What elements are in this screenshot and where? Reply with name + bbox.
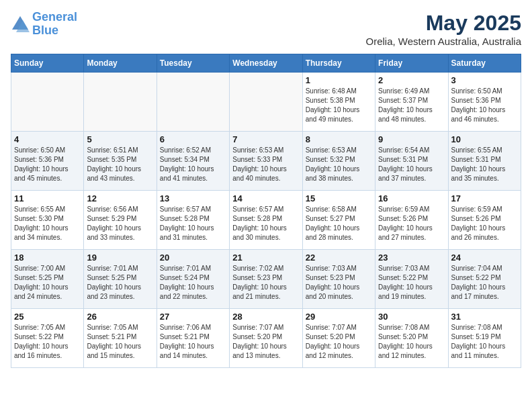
calendar-cell: 23Sunrise: 7:03 AM Sunset: 5:22 PM Dayli… [375,250,448,309]
day-detail: Sunrise: 6:55 AM Sunset: 5:30 PM Dayligh… [14,205,81,242]
day-detail: Sunrise: 6:55 AM Sunset: 5:31 PM Dayligh… [451,146,518,183]
day-number: 19 [87,253,153,263]
calendar-cell [230,73,302,132]
calendar-subtitle: Orelia, Western Australia, Australia [366,36,522,47]
day-detail: Sunrise: 6:59 AM Sunset: 5:26 PM Dayligh… [378,205,445,242]
calendar-cell: 22Sunrise: 7:03 AM Sunset: 5:23 PM Dayli… [302,250,375,309]
calendar-cell: 21Sunrise: 7:02 AM Sunset: 5:23 PM Dayli… [230,250,302,309]
calendar-week-row: 4Sunrise: 6:50 AM Sunset: 5:36 PM Daylig… [11,132,521,191]
day-number: 28 [232,312,299,322]
calendar-cell: 7Sunrise: 6:53 AM Sunset: 5:33 PM Daylig… [230,132,302,191]
day-number: 26 [87,312,153,322]
day-number: 27 [160,312,226,322]
calendar-week-row: 1Sunrise: 6:48 AM Sunset: 5:38 PM Daylig… [11,73,521,132]
day-header-wednesday: Wednesday [230,54,302,73]
calendar-cell: 3Sunrise: 6:50 AM Sunset: 5:36 PM Daylig… [448,73,521,132]
day-detail: Sunrise: 7:07 AM Sunset: 5:20 PM Dayligh… [306,323,372,361]
day-number: 13 [160,193,226,203]
day-number: 6 [160,134,226,144]
day-detail: Sunrise: 7:03 AM Sunset: 5:23 PM Dayligh… [306,264,372,302]
day-detail: Sunrise: 6:59 AM Sunset: 5:26 PM Dayligh… [451,205,518,242]
day-detail: Sunrise: 7:08 AM Sunset: 5:19 PM Dayligh… [451,323,518,361]
calendar-header-row: SundayMondayTuesdayWednesdayThursdayFrid… [11,54,521,73]
logo-icon [11,15,30,34]
calendar-cell: 27Sunrise: 7:06 AM Sunset: 5:21 PM Dayli… [157,309,229,368]
day-number: 1 [306,75,372,85]
day-number: 10 [451,134,518,144]
day-number: 9 [378,134,445,144]
title-block: May 2025 Orelia, Western Australia, Aust… [366,11,522,47]
day-detail: Sunrise: 7:07 AM Sunset: 5:20 PM Dayligh… [232,323,299,361]
day-detail: Sunrise: 7:05 AM Sunset: 5:21 PM Dayligh… [87,323,153,361]
calendar-cell: 16Sunrise: 6:59 AM Sunset: 5:26 PM Dayli… [375,191,448,250]
day-detail: Sunrise: 7:01 AM Sunset: 5:25 PM Dayligh… [87,264,153,302]
day-number: 12 [87,193,153,203]
calendar-cell: 8Sunrise: 6:53 AM Sunset: 5:32 PM Daylig… [302,132,375,191]
logo-text: General Blue [32,11,77,38]
calendar-title: May 2025 [366,11,522,36]
calendar-cell: 25Sunrise: 7:05 AM Sunset: 5:22 PM Dayli… [11,309,84,368]
day-detail: Sunrise: 6:58 AM Sunset: 5:27 PM Dayligh… [306,205,372,242]
calendar-cell: 15Sunrise: 6:58 AM Sunset: 5:27 PM Dayli… [302,191,375,250]
calendar-cell: 24Sunrise: 7:04 AM Sunset: 5:22 PM Dayli… [448,250,521,309]
calendar-cell: 1Sunrise: 6:48 AM Sunset: 5:38 PM Daylig… [302,73,375,132]
calendar-cell: 29Sunrise: 7:07 AM Sunset: 5:20 PM Dayli… [302,309,375,368]
day-number: 24 [451,253,518,263]
calendar-cell: 13Sunrise: 6:57 AM Sunset: 5:28 PM Dayli… [157,191,229,250]
calendar-cell: 12Sunrise: 6:56 AM Sunset: 5:29 PM Dayli… [84,191,157,250]
day-number: 16 [378,193,445,203]
day-number: 3 [451,75,518,85]
day-detail: Sunrise: 7:00 AM Sunset: 5:25 PM Dayligh… [14,264,81,302]
day-number: 8 [306,134,372,144]
day-detail: Sunrise: 7:01 AM Sunset: 5:24 PM Dayligh… [160,264,226,302]
calendar-week-row: 18Sunrise: 7:00 AM Sunset: 5:25 PM Dayli… [11,250,521,309]
day-detail: Sunrise: 6:54 AM Sunset: 5:31 PM Dayligh… [378,146,445,183]
calendar-cell: 9Sunrise: 6:54 AM Sunset: 5:31 PM Daylig… [375,132,448,191]
day-detail: Sunrise: 6:57 AM Sunset: 5:28 PM Dayligh… [160,205,226,242]
day-number: 2 [378,75,445,85]
day-number: 30 [378,312,445,322]
day-detail: Sunrise: 7:02 AM Sunset: 5:23 PM Dayligh… [232,264,299,302]
day-header-saturday: Saturday [448,54,521,73]
day-detail: Sunrise: 6:49 AM Sunset: 5:37 PM Dayligh… [378,87,445,124]
page-header: General Blue May 2025 Orelia, Western Au… [11,11,521,47]
day-number: 4 [14,134,81,144]
day-detail: Sunrise: 6:52 AM Sunset: 5:34 PM Dayligh… [160,146,226,183]
day-number: 22 [306,253,372,263]
calendar-cell [11,73,84,132]
day-number: 20 [160,253,226,263]
calendar-cell: 6Sunrise: 6:52 AM Sunset: 5:34 PM Daylig… [157,132,229,191]
calendar-cell: 17Sunrise: 6:59 AM Sunset: 5:26 PM Dayli… [448,191,521,250]
day-number: 29 [306,312,372,322]
calendar-cell: 18Sunrise: 7:00 AM Sunset: 5:25 PM Dayli… [11,250,84,309]
calendar-cell: 26Sunrise: 7:05 AM Sunset: 5:21 PM Dayli… [84,309,157,368]
calendar-cell: 4Sunrise: 6:50 AM Sunset: 5:36 PM Daylig… [11,132,84,191]
calendar-week-row: 25Sunrise: 7:05 AM Sunset: 5:22 PM Dayli… [11,309,521,368]
day-detail: Sunrise: 6:53 AM Sunset: 5:32 PM Dayligh… [306,146,372,183]
calendar-cell: 31Sunrise: 7:08 AM Sunset: 5:19 PM Dayli… [448,309,521,368]
calendar-cell: 20Sunrise: 7:01 AM Sunset: 5:24 PM Dayli… [157,250,229,309]
day-number: 25 [14,312,81,322]
day-detail: Sunrise: 6:50 AM Sunset: 5:36 PM Dayligh… [451,87,518,124]
calendar-cell: 5Sunrise: 6:51 AM Sunset: 5:35 PM Daylig… [84,132,157,191]
day-number: 31 [451,312,518,322]
day-number: 14 [232,193,299,203]
day-detail: Sunrise: 7:03 AM Sunset: 5:22 PM Dayligh… [378,264,445,302]
day-header-monday: Monday [84,54,157,73]
day-number: 15 [306,193,372,203]
calendar-cell: 14Sunrise: 6:57 AM Sunset: 5:28 PM Dayli… [230,191,302,250]
day-number: 5 [87,134,153,144]
day-number: 11 [14,193,81,203]
calendar-cell [157,73,229,132]
calendar-cell [84,73,157,132]
calendar-cell: 28Sunrise: 7:07 AM Sunset: 5:20 PM Dayli… [230,309,302,368]
day-header-sunday: Sunday [11,54,84,73]
calendar-table: SundayMondayTuesdayWednesdayThursdayFrid… [11,54,521,368]
day-detail: Sunrise: 6:51 AM Sunset: 5:35 PM Dayligh… [87,146,153,183]
day-detail: Sunrise: 6:50 AM Sunset: 5:36 PM Dayligh… [14,146,81,183]
day-detail: Sunrise: 6:48 AM Sunset: 5:38 PM Dayligh… [306,87,372,124]
day-detail: Sunrise: 6:53 AM Sunset: 5:33 PM Dayligh… [232,146,299,183]
calendar-cell: 19Sunrise: 7:01 AM Sunset: 5:25 PM Dayli… [84,250,157,309]
day-detail: Sunrise: 7:04 AM Sunset: 5:22 PM Dayligh… [451,264,518,302]
day-detail: Sunrise: 7:08 AM Sunset: 5:20 PM Dayligh… [378,323,445,361]
